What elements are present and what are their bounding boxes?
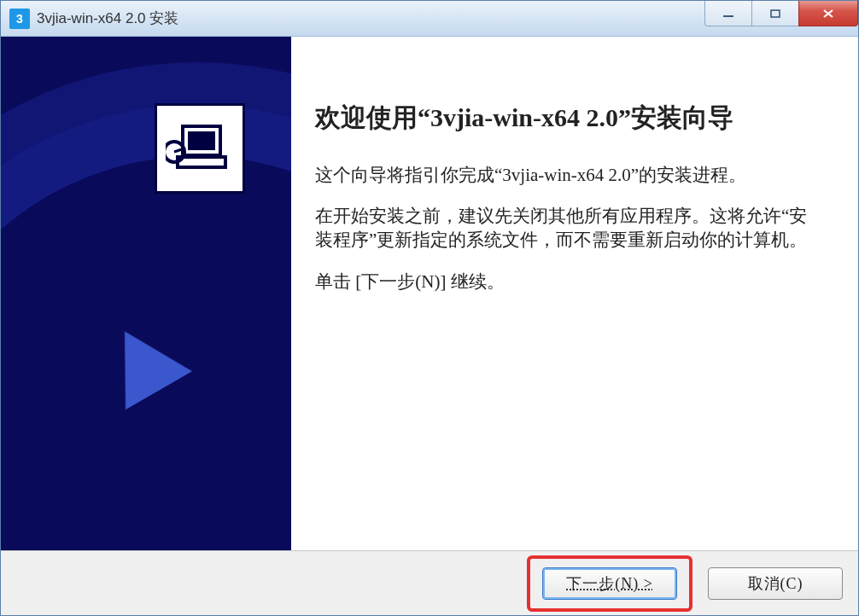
next-button[interactable]: 下一步(N) > [542, 567, 677, 600]
installer-window: 3 3vjia-win-x64 2.0 安装 [0, 0, 859, 616]
content-area: 欢迎使用“3vjia-win-x64 2.0”安装向导 这个向导将指引你完成“3… [1, 37, 858, 550]
minimize-button[interactable] [704, 1, 752, 26]
footer-bar: 下一步(N) > 取消(C) [1, 550, 858, 615]
welcome-heading: 欢迎使用“3vjia-win-x64 2.0”安装向导 [315, 102, 824, 134]
intro-paragraph-1: 这个向导将指引你完成“3vjia-win-x64 2.0”的安装进程。 [315, 163, 824, 187]
titlebar: 3 3vjia-win-x64 2.0 安装 [1, 1, 858, 37]
next-button-highlight: 下一步(N) > [527, 555, 692, 612]
intro-paragraph-3: 单击 [下一步(N)] 继续。 [315, 270, 824, 293]
left-graphic-panel [1, 37, 291, 550]
cancel-button[interactable]: 取消(C) [708, 567, 843, 600]
right-text-panel: 欢迎使用“3vjia-win-x64 2.0”安装向导 这个向导将指引你完成“3… [291, 37, 858, 550]
maximize-button[interactable] [751, 1, 799, 26]
svg-rect-6 [178, 157, 225, 167]
minimize-icon [721, 8, 736, 20]
maximize-icon [768, 8, 783, 20]
app-icon: 3 [9, 9, 30, 29]
svg-rect-1 [771, 10, 780, 17]
window-controls [705, 1, 858, 36]
svg-rect-5 [188, 131, 215, 150]
intro-paragraph-2: 在开始安装之前，建议先关闭其他所有应用程序。这将允许“安装程序”更新指定的系统文… [315, 204, 824, 253]
close-button[interactable] [798, 1, 858, 26]
installer-icon [155, 103, 245, 194]
close-icon [821, 8, 836, 20]
window-title: 3vjia-win-x64 2.0 安装 [37, 9, 705, 28]
